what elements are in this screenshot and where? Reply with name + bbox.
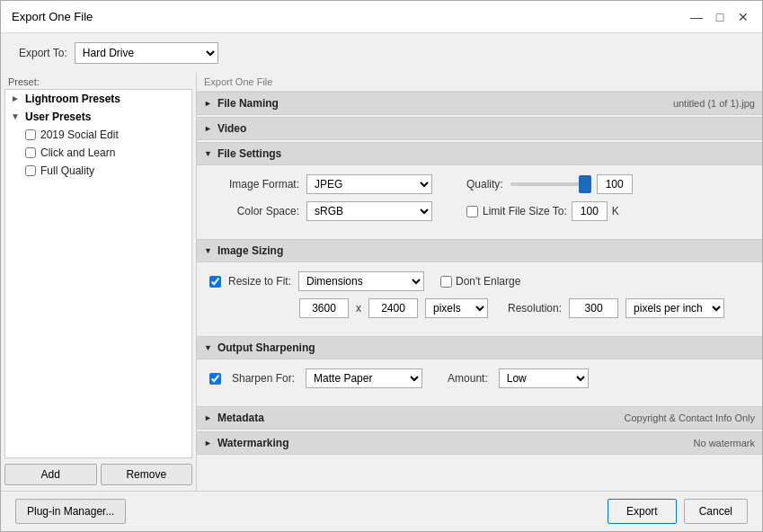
triangle-down-icon: ▼ bbox=[11, 111, 22, 122]
export-to-select[interactable]: Hard Drive Email CD/DVD bbox=[75, 42, 218, 64]
video-header[interactable]: ► Video bbox=[197, 117, 762, 140]
preset-item-click-and-learn[interactable]: Click and Learn bbox=[5, 144, 191, 162]
right-panel-header: Export One File bbox=[197, 73, 762, 92]
main-area: Preset: ► Lightroom Presets ▼ User Prese… bbox=[1, 73, 762, 491]
amount-select[interactable]: Low Standard High bbox=[499, 368, 589, 388]
sharpen-for-label: Sharpen For: bbox=[232, 372, 295, 385]
section-output-sharpening: ▼ Output Sharpening Sharpen For: Matte P… bbox=[197, 336, 762, 404]
watermarking-info: No watermark bbox=[694, 438, 755, 448]
width-input[interactable] bbox=[299, 298, 349, 318]
close-button[interactable]: ✕ bbox=[735, 9, 751, 25]
metadata-header[interactable]: ► Metadata Copyright & Contact Info Only bbox=[197, 406, 762, 430]
preset-list: ► Lightroom Presets ▼ User Presets 2019 … bbox=[4, 89, 192, 458]
title-bar: Export One File — □ ✕ bbox=[1, 1, 762, 33]
dont-enlarge-checkbox[interactable] bbox=[440, 276, 452, 288]
image-sizing-label: Image Sizing bbox=[217, 244, 283, 257]
export-to-label: Export To: bbox=[19, 47, 67, 59]
resolution-label: Resolution: bbox=[508, 302, 562, 315]
sharpen-for-row: Sharpen For: Matte Paper Glossy Paper Sc… bbox=[209, 368, 750, 388]
file-settings-label: File Settings bbox=[217, 147, 281, 160]
limit-file-row: Limit File Size To: K bbox=[466, 201, 619, 221]
section-video: ► Video bbox=[197, 117, 762, 140]
resolution-unit-select[interactable]: pixels per inch pixels per cm bbox=[625, 298, 724, 318]
resize-fit-checkbox[interactable] bbox=[209, 276, 221, 288]
export-button[interactable]: Export bbox=[608, 499, 677, 524]
x-separator: x bbox=[356, 302, 361, 315]
user-presets-label: User Presets bbox=[25, 111, 91, 123]
preset-label-2019-social: 2019 Social Edit bbox=[40, 129, 119, 141]
file-settings-triangle-icon: ▼ bbox=[204, 149, 212, 158]
maximize-button[interactable]: □ bbox=[712, 9, 728, 25]
cancel-button[interactable]: Cancel bbox=[684, 499, 748, 524]
metadata-label: Metadata bbox=[217, 412, 264, 424]
video-label: Video bbox=[217, 122, 246, 135]
section-image-sizing: ▼ Image Sizing Resize to Fit: Dimensions… bbox=[197, 239, 762, 334]
remove-preset-button[interactable]: Remove bbox=[101, 464, 193, 485]
bottom-bar: Plug-in Manager... Export Cancel bbox=[1, 491, 762, 531]
video-triangle-icon: ► bbox=[204, 124, 212, 133]
image-sizing-triangle-icon: ▼ bbox=[204, 246, 212, 255]
image-format-select[interactable]: JPEG PNG TIFF PSD bbox=[306, 174, 432, 194]
quality-input[interactable] bbox=[597, 174, 633, 194]
dont-enlarge-label: Don't Enlarge bbox=[456, 275, 520, 288]
window-controls: — □ ✕ bbox=[688, 9, 751, 25]
watermarking-header[interactable]: ► Watermarking No watermark bbox=[197, 431, 762, 455]
dont-enlarge-row: Don't Enlarge bbox=[440, 275, 520, 288]
color-space-label: Color Space: bbox=[209, 205, 299, 217]
triangle-right-icon: ► bbox=[11, 93, 22, 104]
right-panel: Export One File ► File Naming untitled (… bbox=[197, 73, 762, 491]
height-input[interactable] bbox=[368, 298, 418, 318]
add-preset-button[interactable]: Add bbox=[4, 464, 97, 485]
limit-file-checkbox[interactable] bbox=[466, 206, 478, 217]
output-sharpening-body: Sharpen For: Matte Paper Glossy Paper Sc… bbox=[197, 359, 762, 404]
section-file-settings: ▼ File Settings Image Format: JPEG PNG T… bbox=[197, 142, 762, 237]
file-naming-triangle-icon: ► bbox=[204, 99, 212, 108]
preset-group-lightroom[interactable]: ► Lightroom Presets bbox=[5, 90, 191, 108]
export-dialog: Export One File — □ ✕ Export To: Hard Dr… bbox=[0, 0, 763, 532]
preset-label-click-and-learn: Click and Learn bbox=[40, 146, 115, 159]
watermarking-label: Watermarking bbox=[217, 437, 289, 449]
preset-group-user[interactable]: ▼ User Presets bbox=[5, 108, 191, 126]
sharpen-for-select[interactable]: Matte Paper Glossy Paper Screen bbox=[306, 368, 422, 388]
watermarking-triangle-icon: ► bbox=[204, 439, 212, 448]
preset-item-2019-social[interactable]: 2019 Social Edit bbox=[5, 126, 191, 144]
output-sharpening-header[interactable]: ▼ Output Sharpening bbox=[197, 336, 762, 359]
limit-file-input[interactable] bbox=[572, 201, 608, 221]
file-settings-body: Image Format: JPEG PNG TIFF PSD Quality: bbox=[197, 165, 762, 237]
amount-label: Amount: bbox=[448, 372, 488, 385]
output-sharpening-label: Output Sharpening bbox=[217, 341, 315, 354]
resize-fit-row: Resize to Fit: Dimensions Width & Height… bbox=[209, 271, 750, 291]
left-panel: Preset: ► Lightroom Presets ▼ User Prese… bbox=[1, 73, 197, 491]
quality-slider[interactable] bbox=[510, 182, 591, 186]
quality-label: Quality: bbox=[466, 178, 503, 191]
file-naming-header[interactable]: ► File Naming untitled (1 of 1).jpg bbox=[197, 92, 762, 115]
resolution-input[interactable] bbox=[569, 298, 618, 318]
dimension-unit-select[interactable]: pixels inches cm bbox=[425, 298, 488, 318]
minimize-button[interactable]: — bbox=[688, 9, 705, 25]
resize-fit-select[interactable]: Dimensions Width & Height Long Edge Shor… bbox=[298, 271, 424, 291]
preset-label: Preset: bbox=[1, 73, 196, 89]
file-settings-header[interactable]: ▼ File Settings bbox=[197, 142, 762, 165]
preset-checkbox-click-and-learn[interactable] bbox=[25, 147, 36, 158]
preset-checkbox-2019-social[interactable] bbox=[25, 129, 36, 140]
preset-checkbox-full-quality[interactable] bbox=[25, 165, 36, 176]
metadata-triangle-icon: ► bbox=[204, 413, 212, 422]
image-sizing-header[interactable]: ▼ Image Sizing bbox=[197, 239, 762, 262]
quality-slider-container bbox=[510, 174, 633, 194]
preset-item-full-quality[interactable]: Full Quality bbox=[5, 162, 191, 180]
image-sizing-body: Resize to Fit: Dimensions Width & Height… bbox=[197, 262, 762, 334]
metadata-info: Copyright & Contact Info Only bbox=[624, 412, 755, 423]
color-space-select[interactable]: sRGB AdobeRGB ProPhoto RGB bbox=[306, 201, 432, 221]
bottom-right: Export Cancel bbox=[608, 499, 748, 524]
bottom-left: Plug-in Manager... bbox=[15, 499, 126, 524]
image-format-row: Image Format: JPEG PNG TIFF PSD Quality: bbox=[209, 174, 750, 194]
color-space-row: Color Space: sRGB AdobeRGB ProPhoto RGB … bbox=[209, 201, 750, 221]
limit-file-label: Limit File Size To: bbox=[483, 205, 567, 217]
plugin-manager-button[interactable]: Plug-in Manager... bbox=[15, 499, 126, 524]
preset-label-full-quality: Full Quality bbox=[40, 164, 94, 177]
dialog-title: Export One File bbox=[12, 10, 93, 23]
lightroom-presets-label: Lightroom Presets bbox=[25, 93, 120, 105]
sharpen-for-checkbox[interactable] bbox=[209, 373, 221, 385]
dimensions-row: x pixels inches cm Resolution: pixels pe… bbox=[209, 298, 750, 318]
preset-buttons: Add Remove bbox=[1, 458, 196, 491]
